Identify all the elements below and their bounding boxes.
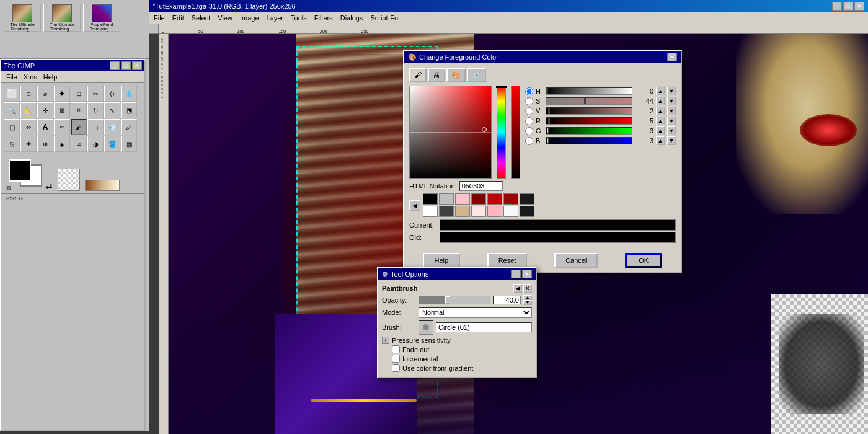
color-dialog-close-btn[interactable]: ✕ bbox=[667, 53, 677, 61]
gradient-swatch[interactable] bbox=[85, 180, 120, 191]
swap-colors-btn[interactable]: ⇄ bbox=[45, 181, 53, 191]
taskbar-item-2[interactable]: PurplePond Terraining ... bbox=[83, 4, 120, 32]
color-tab-eyedropper[interactable]: 💉 bbox=[467, 68, 486, 82]
text-tool[interactable]: A bbox=[37, 119, 53, 135]
tool-options-back-btn[interactable]: ◀ bbox=[513, 284, 522, 293]
toolbox-close-btn[interactable]: ✕ bbox=[132, 61, 142, 70]
mode-select[interactable]: Normal Dissolve Multiply bbox=[418, 307, 532, 318]
blend-tool[interactable]: ▦ bbox=[121, 136, 137, 152]
swatch-lgray[interactable] bbox=[439, 193, 454, 205]
swatch-tan[interactable] bbox=[455, 206, 470, 217]
scale-tool[interactable]: ⤡ bbox=[104, 102, 120, 118]
menu-view[interactable]: View bbox=[214, 12, 236, 24]
s-radio[interactable] bbox=[525, 97, 533, 105]
fuzzy-select-tool[interactable]: ✦ bbox=[54, 86, 70, 102]
eraser-tool[interactable]: ◻ bbox=[87, 119, 104, 135]
free-select-tool[interactable]: ⌀ bbox=[37, 86, 53, 102]
prev-swatch-btn[interactable]: ◀ bbox=[409, 200, 420, 211]
v-up-btn[interactable]: ▲ bbox=[656, 107, 665, 115]
dodge-burn-tool[interactable]: ◑ bbox=[87, 136, 104, 152]
reset-colors-btn[interactable]: ⊠ bbox=[6, 185, 11, 191]
b-up-btn[interactable]: ▲ bbox=[656, 136, 665, 145]
opacity-down-btn[interactable]: ▼ bbox=[523, 300, 532, 305]
color-picker-tool[interactable]: 💧 bbox=[121, 86, 137, 102]
iscissors-tool[interactable]: ✂ bbox=[87, 86, 104, 102]
tool-options-x-btn[interactable]: ✕ bbox=[523, 284, 532, 293]
g-up-btn[interactable]: ▲ bbox=[656, 126, 665, 135]
menu-file[interactable]: File bbox=[150, 12, 169, 24]
select-by-color-tool[interactable]: ⊡ bbox=[71, 86, 87, 102]
hue-strip[interactable] bbox=[497, 86, 506, 179]
v-down-btn[interactable]: ▼ bbox=[667, 107, 676, 115]
color-from-gradient-checkbox[interactable] bbox=[392, 364, 400, 372]
html-notation-input[interactable] bbox=[459, 181, 503, 191]
bucket-fill-tool[interactable]: 🪣 bbox=[104, 136, 120, 152]
swatch-dgray[interactable] bbox=[439, 206, 454, 217]
swatch-darkred[interactable] bbox=[471, 193, 486, 205]
b-slider-track[interactable] bbox=[546, 137, 632, 144]
perspective-tool[interactable]: ◱ bbox=[4, 119, 20, 135]
main-minimize-btn[interactable]: _ bbox=[832, 2, 842, 11]
paintbrush-tool[interactable]: 🖌 bbox=[71, 119, 87, 135]
zoom-tool[interactable]: 🔍 bbox=[4, 102, 20, 118]
menu-scriptfu[interactable]: Script-Fu bbox=[366, 12, 402, 24]
color-tab-paintbrush[interactable]: 🖌 bbox=[409, 68, 427, 82]
menu-dialogs[interactable]: Dialogs bbox=[337, 12, 367, 24]
swatch-red[interactable] bbox=[487, 193, 502, 205]
v-radio[interactable] bbox=[525, 107, 533, 115]
swatch-mistyrose[interactable] bbox=[471, 206, 486, 217]
r-radio[interactable] bbox=[525, 117, 533, 125]
g-radio[interactable] bbox=[525, 127, 533, 135]
g-slider-track[interactable] bbox=[546, 127, 632, 135]
toolbox-maximize-btn[interactable]: □ bbox=[121, 61, 131, 70]
toolbox-minimize-btn[interactable]: _ bbox=[110, 61, 120, 70]
brush-preview[interactable] bbox=[418, 320, 433, 335]
s-slider-track[interactable] bbox=[546, 97, 632, 105]
rotate-tool[interactable]: ↻ bbox=[87, 102, 104, 118]
perspective-clone-tool[interactable]: ⊕ bbox=[37, 136, 53, 152]
reset-button[interactable]: Reset bbox=[487, 253, 528, 268]
fg-color-swatch[interactable] bbox=[9, 159, 31, 182]
main-maximize-btn[interactable]: □ bbox=[843, 2, 853, 11]
menu-layer[interactable]: Layer bbox=[263, 12, 288, 24]
clone-tool[interactable]: ⎘ bbox=[4, 136, 20, 152]
measure-tool[interactable]: 📐 bbox=[20, 102, 37, 118]
swatch-pink[interactable] bbox=[487, 206, 502, 217]
s-up-btn[interactable]: ▲ bbox=[656, 97, 665, 105]
align-tool[interactable]: ⊞ bbox=[54, 102, 70, 118]
shear-tool[interactable]: ⬔ bbox=[121, 102, 137, 118]
color-tab-wheel[interactable]: 🎨 bbox=[446, 68, 466, 82]
h-up-btn[interactable]: ▲ bbox=[656, 87, 665, 95]
swatch-lpink[interactable] bbox=[455, 193, 470, 205]
v-slider-track[interactable] bbox=[546, 107, 632, 115]
smudge-tool[interactable]: ≋ bbox=[71, 136, 87, 152]
swatch-vdarkgray[interactable] bbox=[520, 193, 534, 205]
pencil-tool[interactable]: ✏ bbox=[54, 119, 70, 135]
incremental-checkbox[interactable] bbox=[392, 355, 400, 363]
pressure-expand-btn[interactable]: + bbox=[382, 337, 389, 344]
pattern-swatch[interactable] bbox=[58, 169, 80, 191]
h-down-btn[interactable]: ▼ bbox=[667, 87, 676, 95]
rect-select-tool[interactable]: ⬜ bbox=[4, 86, 20, 102]
taskbar-item-1[interactable]: The Ultimate Terraining ... bbox=[43, 4, 81, 32]
r-down-btn[interactable]: ▼ bbox=[667, 117, 676, 125]
paths-tool[interactable]: ⟨⟩ bbox=[104, 86, 120, 102]
flip-tool[interactable]: ⇔ bbox=[20, 119, 37, 135]
s-down-btn[interactable]: ▼ bbox=[667, 97, 676, 105]
swatch-nearblack[interactable] bbox=[520, 206, 534, 217]
airbrush-tool[interactable]: 💨 bbox=[104, 119, 120, 135]
cancel-button[interactable]: Cancel bbox=[554, 253, 598, 268]
opacity-value[interactable] bbox=[493, 296, 521, 304]
move-tool[interactable]: ✛ bbox=[37, 102, 53, 118]
main-close-btn[interactable]: ✕ bbox=[854, 2, 864, 11]
menu-filters[interactable]: Filters bbox=[311, 12, 337, 24]
menu-image[interactable]: Image bbox=[236, 12, 263, 24]
tool-options-minimize-btn[interactable]: _ bbox=[511, 270, 521, 278]
color-tab-printer[interactable]: 🖨 bbox=[428, 68, 445, 82]
h-radio[interactable] bbox=[525, 87, 533, 95]
heal-tool[interactable]: ✚ bbox=[20, 136, 37, 152]
alpha-strip[interactable] bbox=[511, 86, 520, 179]
help-button[interactable]: Help bbox=[423, 253, 460, 268]
tool-options-close-btn[interactable]: ✕ bbox=[522, 270, 532, 278]
r-slider-track[interactable] bbox=[546, 117, 632, 125]
